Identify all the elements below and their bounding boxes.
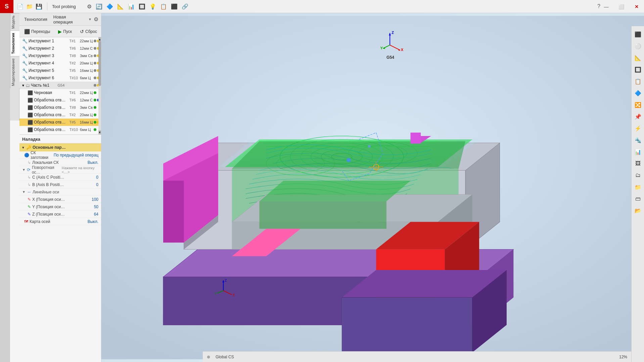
rs-icon-11[interactable]: 📊 [633, 146, 643, 157]
svg-text:Y: Y [380, 46, 383, 50]
param-row-axisB[interactable]: ↳ B (Axis B Positi… 0 [19, 181, 101, 188]
param-icon-axisB: ↳ [28, 182, 31, 187]
rs-icon-5[interactable]: 📋 [633, 76, 643, 87]
op-icon-1: ⬛ [28, 90, 33, 95]
param-icon-localcs: ↳ [28, 160, 31, 165]
rs-icon-9[interactable]: ⚡ [633, 123, 643, 134]
tool-tag-4: T#2 [69, 61, 79, 65]
rotary-section-header[interactable]: ▼ ⟳ Поворотная ос… Нажмите на кнопку <…> [19, 166, 101, 174]
op-name-6: Обработка отв… [34, 127, 68, 132]
tree-area[interactable]: 🔧 Инструмент 1 T#1 22мм Ц 🔧 Инструмент 2… [19, 37, 101, 135]
rs-icon-6[interactable]: 🔷 [633, 88, 643, 98]
param-value-axismap: Выкл. [88, 219, 98, 224]
tool-size-4: 20мм Ц [80, 61, 93, 65]
param-name-localcs: Локальная СК [32, 160, 88, 165]
tab-technology[interactable]: Технология [10, 31, 19, 56]
rs-icon-2[interactable]: ⚪ [633, 41, 643, 51]
toolbar-light-icon[interactable]: 💡 [148, 2, 158, 11]
param-value-axisX: 100 [92, 197, 98, 202]
tree-scrollbar-thumb[interactable] [98, 37, 101, 86]
linear-expand-icon: ▼ [22, 190, 26, 194]
tool-item-1[interactable]: 🔧 Инструмент 1 T#1 22мм Ц [19, 37, 101, 45]
tool-tag-3: T#8 [70, 54, 79, 58]
op-name-4: Обработка отв… [34, 112, 68, 117]
new-file-icon[interactable]: 📄 [16, 3, 24, 10]
rs-icon-10[interactable]: 🔩 [633, 135, 643, 145]
save-file-icon[interactable]: 💾 [35, 3, 43, 10]
tool-name-6: Инструмент 6 [29, 76, 68, 80]
cs-text: Global CS [216, 355, 234, 359]
tool-item-2[interactable]: 🔧 Инструмент 2 T#6 12мм С [19, 45, 101, 52]
tool-item-5[interactable]: 🔧 Инструмент 5 T#5 16мм Ц [19, 67, 101, 74]
op-item-3[interactable]: ⬛ Обработка отв… T#8 3мм Св [19, 104, 101, 111]
rotary-expand-icon: ▼ [22, 168, 26, 172]
tab-modeling[interactable]: Моделирование [10, 56, 19, 88]
param-name-axisY: Y (Позиция оси… [32, 205, 94, 209]
op-item-5[interactable]: ⬛ Обработка отв… T#5 16мм Ц [19, 119, 101, 126]
param-row-axisZ[interactable]: ✎ Z (Позиция оси… 64 [19, 211, 101, 218]
param-name-axisC: C (Axis C Positi… [32, 175, 96, 180]
param-row-axisX[interactable]: ✎ X (Позиция оси… 100 [19, 196, 101, 203]
scroll-down-arrow[interactable]: ▼ [98, 130, 101, 134]
tool-item-4[interactable]: 🔧 Инструмент 4 T#2 20мм Ц [19, 59, 101, 67]
toolbar-measure-icon[interactable]: 📐 [116, 2, 126, 11]
open-file-icon[interactable]: 📁 [26, 3, 34, 10]
minimize-button[interactable]: — [599, 0, 614, 13]
transitions-button[interactable]: ⬛ Переходы [22, 28, 52, 35]
reset-button[interactable]: ↺ Сброс [78, 28, 99, 35]
rs-icon-12[interactable]: 🖼 [633, 158, 643, 169]
left-panel: Модель Технология Моделирование Технолог… [10, 13, 101, 362]
close-button[interactable]: ✕ [629, 0, 644, 13]
op-item-2[interactable]: ⬛ Обработка отв… T#6 12мм С [19, 96, 101, 104]
param-row-cs[interactable]: 🔵 СК заготовки По предыдущей операц [19, 151, 101, 159]
run-icon: ▶ [58, 29, 62, 34]
op-item-1[interactable]: ⬛ Черновая T#1 22мм Ц [19, 89, 101, 96]
linear-label: Линейные оси [33, 190, 59, 194]
rs-icon-15[interactable]: 🗃 [633, 193, 643, 204]
rs-icon-8[interactable]: 📌 [633, 111, 643, 122]
param-row-axisC[interactable]: ↳ C (Axis C Positi… 0 [19, 174, 101, 181]
toolbar-list-icon[interactable]: 📋 [158, 2, 169, 11]
toolbar-link-icon[interactable]: 🔗 [180, 2, 190, 11]
op-item-6[interactable]: ⬛ Обработка отв… T#10 6мм Ц [19, 126, 101, 133]
linear-section-header[interactable]: ▼ ↔ Линейные оси [19, 188, 101, 196]
scroll-up-arrow[interactable]: ▲ [98, 37, 101, 41]
toolbar-chart-icon[interactable]: 📊 [126, 2, 136, 11]
tool-icon-6: 🔧 [22, 76, 28, 81]
tree-scrollbar[interactable] [98, 37, 101, 134]
3d-viewport[interactable]: Изометрия ▼ [101, 13, 644, 362]
tool-name-4: Инструмент 4 [29, 61, 68, 65]
rs-icon-7[interactable]: 🔀 [633, 99, 643, 110]
op-item-4[interactable]: ⬛ Обработка отв… T#2 20мм Ц [19, 111, 101, 119]
svg-rect-48 [411, 133, 421, 144]
toolbar-shape-icon[interactable]: 🔷 [105, 2, 115, 11]
tool-item-6[interactable]: 🔧 Инструмент 6 T#10 6мм Ц [19, 74, 101, 82]
op-size-2: 12мм С [80, 98, 93, 102]
new-operation-menu[interactable]: Новая операция ▼ [51, 14, 92, 25]
param-row-axisY[interactable]: ✎ Y (Позиция оси… 50 [19, 203, 101, 211]
params-area: Наладка ▼ 🔑 Основные пар… 🔵 СК заготовки… [19, 135, 101, 362]
toolbar-grid-icon[interactable]: 🔲 [137, 2, 147, 11]
panel-settings-icon[interactable]: ⚙ [94, 16, 98, 22]
section-main-title: Основные пар… [33, 145, 66, 150]
op-name-1: Черновая [34, 90, 68, 95]
technology-menu[interactable]: Технология [22, 16, 49, 22]
toolbar-block-icon[interactable]: ⬛ [169, 2, 179, 11]
maximize-button[interactable]: ⬜ [614, 0, 629, 13]
tab-model[interactable]: Модель [10, 13, 19, 31]
rs-icon-3[interactable]: 📐 [633, 52, 643, 63]
transitions-icon: ⬛ [24, 29, 30, 34]
toolbar-refresh-icon[interactable]: 🔄 [94, 2, 104, 11]
rs-icon-1[interactable]: ⬛ [633, 29, 643, 40]
tool-item-3[interactable]: 🔧 Инструмент 3 T#8 3мм Св [19, 52, 101, 59]
param-row-axismap[interactable]: 🗺 Карта осей Выкл. [19, 218, 101, 225]
run-button[interactable]: ▶ Пуск [56, 28, 74, 35]
op-tag-6: T#10 [70, 128, 79, 132]
rs-icon-14[interactable]: 📁 [633, 182, 643, 192]
op-size-3: 3мм Св [80, 105, 93, 109]
rs-icon-16[interactable]: 📂 [633, 205, 643, 216]
part-row[interactable]: ▼ 🗂 Часть №1 G54 [19, 82, 101, 89]
toolbar-settings-icon[interactable]: ⚙ [85, 2, 93, 11]
rs-icon-13[interactable]: 🗂 [633, 170, 643, 181]
rs-icon-4[interactable]: 🔲 [633, 64, 643, 75]
